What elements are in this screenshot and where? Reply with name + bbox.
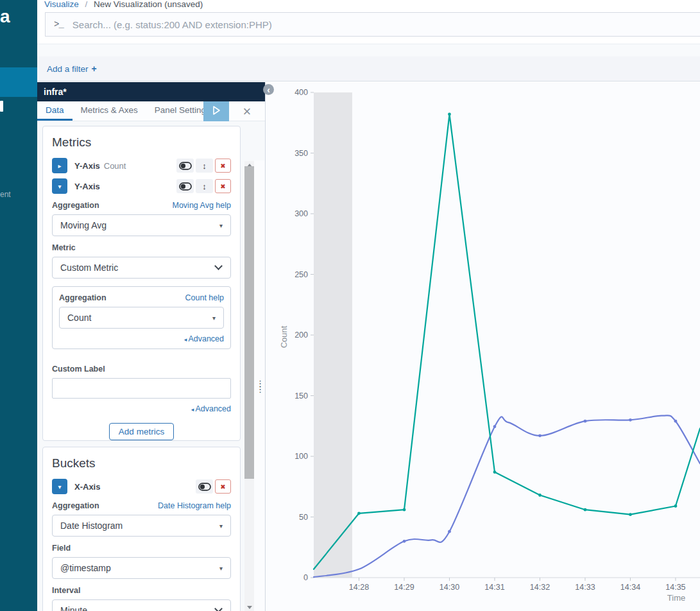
data-point — [674, 504, 678, 508]
remove-metric-button[interactable]: ✖ — [215, 159, 231, 173]
aggregation-label: Aggregation — [59, 293, 107, 302]
advanced-toggle[interactable]: ◂Advanced — [52, 404, 231, 413]
add-metrics-button[interactable]: Add metrics — [109, 423, 174, 440]
metric-label: Metric — [52, 243, 76, 252]
scroll-down-arrow[interactable] — [244, 603, 254, 611]
metric-row-yaxis-movingavg: ▾ Y-Axis ↕ ✖ — [52, 178, 231, 194]
caret-down-icon: ▾ — [58, 483, 61, 490]
field-dropdown[interactable]: @timestamp ▾ — [52, 557, 231, 579]
data-point — [403, 508, 406, 512]
custom-label-input[interactable] — [52, 378, 231, 399]
count-help-link[interactable]: Count help — [185, 293, 224, 302]
x-tick-label: 14:28 — [349, 583, 369, 592]
visualization-canvas: ‹ 05010015020025030035040014:2814:2914:3… — [266, 82, 700, 611]
interval-value: Minute — [60, 605, 87, 611]
red-x-icon: ✖ — [220, 183, 225, 190]
search-input[interactable] — [73, 19, 700, 30]
caret-down-icon: ▾ — [219, 522, 223, 529]
collapse-button[interactable]: ▾ — [52, 178, 67, 194]
buckets-heading: Buckets — [52, 456, 231, 470]
x-tick-label: 14:30 — [440, 583, 459, 592]
bucket-aggregation-dropdown[interactable]: Date Histogram ▾ — [52, 515, 231, 537]
aggregation-value: Moving Avg — [60, 220, 107, 230]
play-icon — [212, 105, 221, 117]
red-x-icon: ✖ — [220, 483, 225, 490]
query-bar-footer — [37, 44, 700, 56]
metrics-card: Metrics ▸ Y-Axis Count ↕ ✖ ▾ Y-Axis — [42, 126, 241, 441]
aggregation-label: Aggregation — [52, 201, 99, 210]
disable-toggle-button[interactable] — [176, 179, 194, 193]
data-point — [629, 513, 632, 516]
data-point — [538, 434, 542, 437]
toggle-icon — [179, 162, 192, 170]
buckets-card: Buckets ▾ X-Axis ✖ Aggregation Date Hist… — [42, 447, 241, 611]
x-tick-label: 14:33 — [575, 583, 595, 592]
nested-aggregation-dropdown[interactable]: Count ▾ — [59, 307, 224, 329]
plus-icon: + — [92, 64, 97, 74]
aggregation-dropdown[interactable]: Moving Avg ▾ — [52, 214, 231, 236]
chevron-left-icon: ‹ — [267, 85, 270, 95]
y-tick-label: 0 — [303, 573, 308, 582]
filter-bar: Add a filter+ — [37, 56, 700, 82]
triangle-left-icon: ◂ — [184, 336, 187, 343]
data-point — [357, 512, 361, 515]
line-chart[interactable]: 05010015020025030035040014:2814:2914:301… — [266, 82, 700, 611]
y-tick-label: 200 — [295, 331, 308, 340]
y-tick-label: 400 — [295, 88, 308, 97]
breadcrumb-separator: / — [85, 0, 88, 9]
disable-toggle-button[interactable] — [196, 479, 213, 494]
move-metric-button[interactable]: ↕ — [196, 159, 213, 173]
bucket-aggregation-value: Date Histogram — [60, 521, 123, 531]
move-metric-button[interactable]: ↕ — [196, 179, 213, 193]
collapse-button[interactable]: ▾ — [52, 479, 67, 494]
x-axis-title: Time — [667, 593, 685, 603]
scrollbar-thumb[interactable] — [244, 166, 254, 479]
caret-down-icon: ▾ — [58, 183, 61, 190]
y-tick-label: 350 — [295, 149, 308, 158]
remove-bucket-button[interactable]: ✖ — [215, 479, 231, 494]
query-bar: >_ — [45, 12, 700, 37]
x-tick-label: 14:32 — [530, 583, 550, 592]
series-count — [314, 114, 700, 569]
chevron-down-icon — [214, 262, 223, 270]
editor-tabs: Data Metrics & Axes Panel Settings × — [37, 101, 265, 121]
data-point — [584, 420, 587, 423]
metric-select[interactable]: Custom Metric — [52, 257, 231, 279]
caret-down-icon: ▾ — [219, 222, 223, 229]
y-tick-label: 100 — [295, 452, 308, 461]
sidebar-item-selected[interactable] — [0, 67, 37, 97]
collapse-sidebar-button[interactable]: ‹ — [263, 84, 274, 95]
data-point — [674, 420, 678, 423]
custom-metric-box: Aggregation Count help Count ▾ ◂Advanced — [52, 286, 231, 349]
toggle-icon — [179, 182, 192, 191]
disable-toggle-button[interactable] — [176, 159, 194, 173]
up-down-arrow-icon: ↕ — [202, 182, 207, 191]
caret-right-icon: ▸ — [58, 162, 61, 169]
metric-row-title: Y-Axis — [74, 161, 100, 171]
x-tick-label: 14:35 — [665, 583, 685, 592]
terminal-prompt-icon: >_ — [54, 19, 64, 30]
interval-select[interactable]: Minute — [52, 599, 231, 611]
panel-scrollbar[interactable] — [244, 161, 254, 611]
breadcrumb: Visualize / New Visualization (unsaved) — [44, 0, 203, 9]
top-bar: Visualize / New Visualization (unsaved) — [37, 0, 700, 11]
tab-metrics-axes[interactable]: Metrics & Axes — [73, 101, 146, 121]
advanced-toggle[interactable]: ◂Advanced — [59, 334, 224, 343]
metric-row-subtitle: Count — [104, 161, 126, 171]
x-tick-label: 14:31 — [484, 583, 504, 592]
date-histogram-help-link[interactable]: Date Histogram help — [158, 501, 231, 510]
discard-changes-button[interactable]: × — [232, 101, 262, 121]
aggregation-label: Aggregation — [52, 501, 99, 510]
y-tick-label: 250 — [295, 270, 308, 279]
remove-metric-button[interactable]: ✖ — [215, 179, 231, 193]
moving-avg-help-link[interactable]: Moving Avg help — [173, 201, 232, 210]
panel-resize-handle[interactable]: ⋮⋮ — [256, 381, 264, 392]
metric-value: Custom Metric — [60, 262, 118, 273]
add-filter-link[interactable]: Add a filter+ — [47, 64, 97, 74]
breadcrumb-visualize-link[interactable]: Visualize — [44, 0, 79, 9]
y-tick-label: 150 — [295, 392, 308, 400]
expand-button[interactable]: ▸ — [52, 158, 67, 173]
field-label: Field — [52, 544, 71, 553]
apply-changes-button[interactable] — [203, 101, 229, 121]
tab-data[interactable]: Data — [37, 101, 73, 121]
